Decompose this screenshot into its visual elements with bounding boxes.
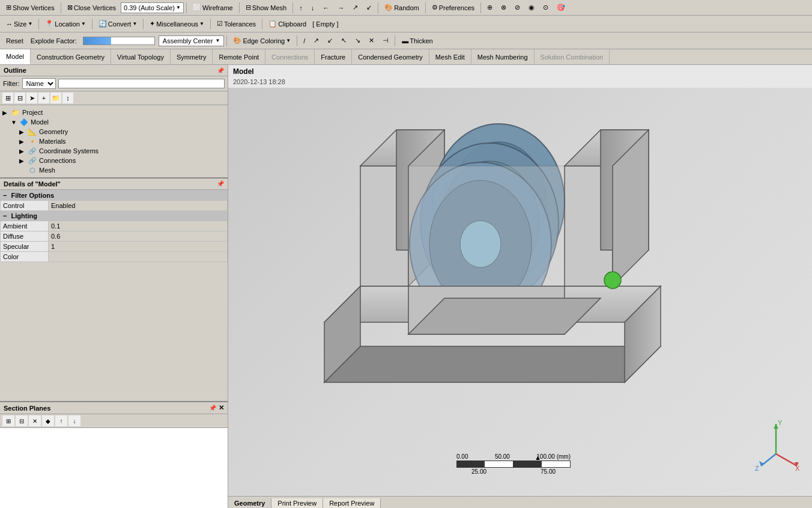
nav-button-2[interactable]: ⊗ <box>497 2 510 13</box>
outline-btn-4[interactable]: + <box>38 93 49 103</box>
ambient-value: 0.1 <box>51 222 60 230</box>
edge-tool-3[interactable]: ↙ <box>324 35 336 46</box>
model-tab-label: Model <box>6 53 24 60</box>
axes-button-3[interactable]: ← <box>319 2 333 13</box>
assembly-dropdown[interactable]: Assembly Center ▼ <box>159 35 225 46</box>
nav-button-4[interactable]: ◉ <box>525 2 538 13</box>
tree-connections[interactable]: ▶ 🔗 Connections <box>0 156 228 165</box>
outline-btn-1[interactable]: ⊞ <box>2 93 13 103</box>
outline-pin[interactable]: 📌 <box>217 67 224 74</box>
wireframe-button[interactable]: ⬜ Wireframe <box>189 2 237 13</box>
target-icon-button[interactable]: 🎯 <box>553 2 569 13</box>
color-row: Color <box>1 252 228 262</box>
edge-coloring-icon: 🎨 <box>233 37 241 44</box>
svg-text:Y: Y <box>778 419 783 426</box>
tab-condensed-geometry[interactable]: Condensed Geometry <box>352 49 429 64</box>
nav-button-3[interactable]: ⊘ <box>511 2 524 13</box>
axes-button-4[interactable]: → <box>334 2 348 13</box>
tab-fracture[interactable]: Fracture <box>315 49 352 64</box>
tab-print-preview[interactable]: Print Preview <box>271 498 323 508</box>
random-icon: 🎨 <box>384 4 393 11</box>
sp-btn-2[interactable]: ⊟ <box>16 415 28 426</box>
edge-tool-6[interactable]: ✕ <box>365 35 378 46</box>
convert-label: Convert <box>108 20 132 28</box>
tree-container: ▶ 📁 Project ▼ 🔷 Model ▶ 📐 Geometry ▶ 🔸 <box>0 105 228 177</box>
axes-button-1[interactable]: ↑ <box>295 2 306 13</box>
show-mesh-button[interactable]: ⊟ Show Mesh <box>242 2 290 13</box>
miscellaneous-button[interactable]: ✦ Miscellaneous ▼ <box>146 18 208 29</box>
explode-progress[interactable] <box>83 37 155 45</box>
toolbar-row-3: Reset Explode Factor: Assembly Center ▼ … <box>0 32 812 49</box>
edge-coloring-button[interactable]: 🎨 Edge Coloring ▼ <box>229 35 294 46</box>
filter-input[interactable] <box>58 79 225 88</box>
axes-button-2[interactable]: ↓ <box>308 2 318 13</box>
random-button[interactable]: 🎨 Random <box>381 2 423 13</box>
axes-button-6[interactable]: ↙ <box>363 2 375 13</box>
scale-dropdown[interactable]: 0.39 (Auto Scale) ▼ <box>121 2 184 13</box>
viewport-canvas[interactable]: 0.00 50.00 100.00 (mm) 25.00 75.00 <box>228 88 812 496</box>
outline-btn-5[interactable]: 📁 <box>50 93 61 103</box>
model-expand[interactable]: ▼ <box>11 119 19 126</box>
tab-construction-geometry[interactable]: Construction Geometry <box>31 49 111 64</box>
tree-geometry[interactable]: ▶ 📐 Geometry <box>0 127 228 136</box>
filter-options-row: − Filter Options <box>1 191 228 201</box>
section-planes-pin[interactable]: 📌 <box>209 405 216 411</box>
tab-solution-combination[interactable]: Solution Combination <box>535 49 610 64</box>
sp-btn-6[interactable]: ↓ <box>68 415 80 426</box>
geometry-expand[interactable]: ▶ <box>19 129 28 135</box>
edge-coloring-arrow: ▼ <box>286 38 291 43</box>
clipboard-button[interactable]: 📋 Clipboard <box>265 18 310 29</box>
edge-tool-2[interactable]: ↗ <box>310 35 323 46</box>
coord-expand[interactable]: ▶ <box>19 148 28 155</box>
reset-button[interactable]: Reset <box>2 35 27 46</box>
convert-button[interactable]: 🔄 Convert ▼ <box>95 18 141 29</box>
connections-expand[interactable]: ▶ <box>19 158 28 164</box>
show-vertices-button[interactable]: ⊞ Show Vertices <box>2 2 58 13</box>
location-button[interactable]: 📍 Location ▼ <box>41 18 89 29</box>
close-vertices-button[interactable]: ⊠ Close Vertices <box>64 2 120 13</box>
axes-button-5[interactable]: ↗ <box>349 2 362 13</box>
project-expand[interactable]: ▶ <box>2 109 11 116</box>
edge-tool-5[interactable]: ↘ <box>351 35 364 46</box>
edge-tool-7[interactable]: ⊣ <box>379 35 392 46</box>
virtual-topology-label: Virtual Topology <box>117 54 164 61</box>
separator-2 <box>186 2 187 13</box>
sp-btn-3[interactable]: ✕ <box>29 415 41 426</box>
tab-remote-point[interactable]: Remote Point <box>213 49 265 64</box>
filter-select[interactable]: Name <box>22 78 56 89</box>
project-icon: 📁 <box>11 108 20 117</box>
diffuse-row: Diffuse 0.6 <box>1 231 228 242</box>
tree-coord-systems[interactable]: ▶ 🔗 Coordinate Systems <box>0 146 228 156</box>
section-planes-close[interactable]: ✕ <box>219 404 224 412</box>
edge-tool-4[interactable]: ↖ <box>338 35 350 46</box>
outline-btn-3[interactable]: ➤ <box>26 93 37 103</box>
sp-btn-1[interactable]: ⊞ <box>2 415 14 426</box>
tab-mesh-edit[interactable]: Mesh Edit <box>429 49 471 64</box>
sp-btn-4[interactable]: ◆ <box>42 415 54 426</box>
tab-geometry[interactable]: Geometry <box>228 498 271 508</box>
tab-symmetry[interactable]: Symmetry <box>171 49 213 64</box>
tab-connections[interactable]: Connections <box>265 49 315 64</box>
sp-btn-5[interactable]: ↑ <box>55 415 67 426</box>
details-pin[interactable]: 📌 <box>217 180 224 188</box>
tab-report-preview[interactable]: Report Preview <box>323 498 381 508</box>
tree-materials[interactable]: ▶ 🔸 Materials <box>0 136 228 146</box>
materials-expand[interactable]: ▶ <box>19 138 28 145</box>
tree-model[interactable]: ▼ 🔷 Model <box>0 117 228 127</box>
tree-project[interactable]: ▶ 📁 Project <box>0 108 228 117</box>
nav-button-5[interactable]: ⊙ <box>539 2 552 13</box>
tab-model[interactable]: Model <box>0 49 31 64</box>
tab-mesh-numbering[interactable]: Mesh Numbering <box>471 49 535 64</box>
edge-tool-1[interactable]: / <box>300 35 309 46</box>
nav-button-1[interactable]: ⊕ <box>483 2 496 13</box>
size-button[interactable]: ↔ Size ▼ <box>2 19 36 29</box>
tree-mesh[interactable]: ⬡ Mesh <box>0 165 228 175</box>
thicken-button[interactable]: ▬ Thicken <box>398 35 437 46</box>
convert-icon: 🔄 <box>98 20 107 28</box>
outline-btn-6[interactable]: ↕ <box>62 93 73 103</box>
tab-virtual-topology[interactable]: Virtual Topology <box>111 49 171 64</box>
viewport[interactable]: Model 2020-12-13 18:28 <box>228 65 812 508</box>
preferences-button[interactable]: ⚙ Preferences <box>428 2 478 13</box>
outline-btn-2[interactable]: ⊟ <box>14 93 25 103</box>
tolerances-button[interactable]: ☑ Tolerances <box>213 18 259 29</box>
